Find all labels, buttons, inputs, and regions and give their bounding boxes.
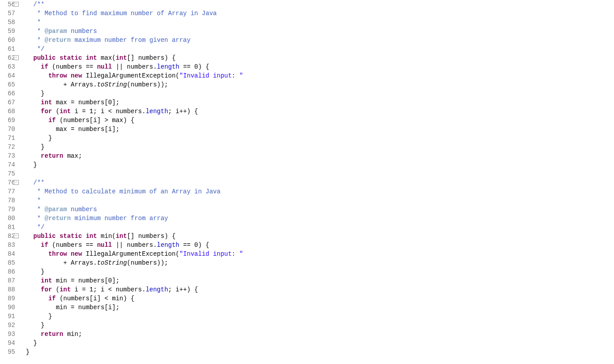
code-token	[26, 117, 48, 124]
line-number: 94	[0, 339, 15, 348]
code-token	[26, 286, 41, 293]
code-token: min = numbers[i];	[26, 304, 119, 311]
code-line[interactable]: /**	[26, 0, 614, 9]
code-line[interactable]: return max;	[26, 151, 614, 160]
line-number: 57	[0, 9, 15, 18]
code-line[interactable]: int min = numbers[0];	[26, 276, 614, 285]
code-token: max;	[63, 152, 82, 160]
line-number: 68	[0, 107, 15, 116]
line-number: 84	[0, 249, 15, 258]
line-number: 62−	[0, 53, 15, 62]
code-token: [] numbers) {	[127, 54, 176, 61]
code-line[interactable]: * @return minimum number from array	[26, 214, 614, 223]
code-line[interactable]: }	[26, 339, 614, 348]
code-line[interactable]: * @return maximum number from given arra…	[26, 36, 614, 45]
code-token: static	[60, 233, 82, 240]
code-line[interactable]: * @param numbers	[26, 27, 614, 36]
code-token: (numbers ==	[48, 241, 97, 249]
code-line[interactable]: for (int i = 1; i < numbers.length; i++)…	[26, 285, 614, 294]
code-token: @param	[45, 206, 67, 213]
code-token: || numbers.	[112, 63, 157, 70]
fold-toggle-icon[interactable]: −	[14, 2, 19, 7]
code-token: * Method to find maximum number of Array…	[26, 10, 217, 17]
line-number: 65	[0, 80, 15, 89]
code-line[interactable]: *	[26, 18, 614, 27]
line-number: 85	[0, 258, 15, 267]
code-line[interactable]: */	[26, 223, 614, 232]
code-token: i = 1; i < numbers.	[71, 108, 146, 115]
code-token	[26, 72, 48, 79]
code-line[interactable]	[26, 169, 614, 178]
code-token: int	[86, 233, 97, 240]
code-token: length	[157, 241, 179, 249]
code-line[interactable]: public static int max(int[] numbers) {	[26, 53, 614, 62]
code-line[interactable]: min = numbers[i];	[26, 303, 614, 312]
code-line[interactable]: }	[26, 143, 614, 151]
line-number: 89	[0, 294, 15, 303]
code-token: *	[26, 37, 45, 44]
code-line[interactable]: }	[26, 134, 614, 143]
code-token: toString	[97, 259, 127, 266]
code-token: numbers	[67, 206, 97, 213]
code-editor-content[interactable]: /** * Method to find maximum number of A…	[19, 0, 614, 356]
line-number: 74	[0, 160, 15, 169]
code-token: /**	[33, 179, 45, 186]
code-line[interactable]: int max = numbers[0];	[26, 98, 614, 107]
code-line[interactable]: if (numbers[i] > max) {	[26, 116, 614, 125]
code-line[interactable]: if (numbers[i] < min) {	[26, 294, 614, 303]
code-line[interactable]: if (numbers == null || numbers.length ==…	[26, 241, 614, 249]
line-number: 77	[0, 187, 15, 196]
line-number: 92	[0, 321, 15, 330]
fold-toggle-icon[interactable]: −	[14, 55, 19, 60]
line-number: 86	[0, 267, 15, 276]
code-line[interactable]: if (numbers == null || numbers.length ==…	[26, 62, 614, 71]
code-token: int	[86, 54, 97, 61]
code-line[interactable]: throw new IllegalArgumentException("Inva…	[26, 249, 614, 258]
code-token	[26, 295, 48, 302]
code-line[interactable]: *	[26, 196, 614, 205]
code-token: /**	[33, 1, 45, 8]
line-number: 75	[0, 169, 15, 178]
code-line[interactable]: }	[26, 348, 614, 356]
code-line[interactable]: + Arrays.toString(numbers));	[26, 80, 614, 89]
code-line[interactable]: * Method to calculate minimum of an Arra…	[26, 187, 614, 196]
line-number-gutter[interactable]: 56−575859606162−636465666768697071727374…	[0, 0, 19, 356]
code-token: int	[41, 99, 52, 106]
code-token: int	[41, 277, 52, 284]
line-number: 63	[0, 62, 15, 71]
code-token: null	[97, 241, 112, 249]
code-line[interactable]: }	[26, 160, 614, 169]
line-number: 82−	[0, 232, 15, 241]
line-number: 71	[0, 134, 15, 143]
code-line[interactable]: }	[26, 89, 614, 98]
code-token	[26, 152, 41, 160]
code-line[interactable]: public static int min(int[] numbers) {	[26, 232, 614, 241]
code-line[interactable]: * @param numbers	[26, 205, 614, 214]
code-token: int	[116, 233, 127, 240]
code-line[interactable]: /**	[26, 178, 614, 187]
code-line[interactable]: */	[26, 45, 614, 53]
code-line[interactable]: }	[26, 321, 614, 330]
code-token	[26, 233, 33, 240]
code-line[interactable]: throw new IllegalArgumentException("Inva…	[26, 71, 614, 80]
code-line[interactable]: }	[26, 267, 614, 276]
code-token: *	[26, 28, 45, 35]
code-line[interactable]: max = numbers[i];	[26, 125, 614, 134]
code-token: }	[26, 161, 37, 168]
code-token: == 0) {	[180, 63, 209, 70]
fold-toggle-icon[interactable]: −	[14, 233, 19, 238]
code-line[interactable]: + Arrays.toString(numbers));	[26, 258, 614, 267]
line-number: 90	[0, 303, 15, 312]
code-line[interactable]: }	[26, 312, 614, 321]
code-line[interactable]: for (int i = 1; i < numbers.length; i++)…	[26, 107, 614, 116]
code-token: if	[48, 295, 56, 302]
code-token	[26, 63, 41, 70]
code-line[interactable]: return min;	[26, 330, 614, 339]
line-number: 76−	[0, 178, 15, 187]
code-token: }	[26, 348, 29, 356]
code-token: minimum number from array	[71, 215, 168, 222]
fold-toggle-icon[interactable]: −	[14, 180, 19, 185]
code-token: max = numbers[0];	[52, 99, 119, 106]
code-token	[26, 277, 41, 284]
code-line[interactable]: * Method to find maximum number of Array…	[26, 9, 614, 18]
